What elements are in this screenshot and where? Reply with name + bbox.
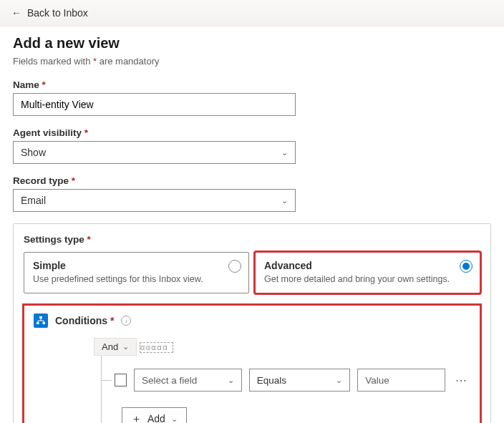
settings-option-simple[interactable]: Simple Use predefined settings for this … — [24, 252, 249, 293]
mandatory-note: Fields marked with * are mandatory — [13, 56, 491, 67]
logic-operator-select[interactable]: And ⌄ — [94, 338, 137, 356]
option-title: Simple — [33, 260, 223, 271]
condition-row: Select a field ⌄ Equals ⌄ Value ⋯ — [115, 369, 470, 392]
row-checkbox[interactable] — [115, 374, 127, 386]
add-condition-button[interactable]: ＋ Add ⌄ — [122, 407, 187, 423]
operator-select[interactable]: Equals ⌄ — [249, 369, 350, 392]
chevron-down-icon: ⌄ — [228, 376, 234, 385]
partial-text: ααɑɑɑ — [140, 342, 173, 353]
agent-visibility-label: Agent visibility * — [13, 127, 491, 138]
svg-rect-1 — [37, 322, 39, 324]
radio-icon — [228, 260, 241, 273]
value-input[interactable]: Value — [357, 369, 445, 392]
svg-rect-2 — [43, 322, 46, 324]
record-type-select[interactable]: Email ⌄ — [13, 189, 296, 212]
chevron-down-icon: ⌄ — [171, 414, 178, 424]
radio-selected-icon — [460, 260, 472, 273]
chevron-down-icon: ⌄ — [281, 196, 288, 205]
page-title: Add a new view — [13, 35, 491, 52]
sitemap-icon — [34, 313, 48, 328]
chevron-down-icon: ⌄ — [336, 376, 342, 385]
chevron-down-icon: ⌄ — [281, 148, 288, 157]
chevron-down-icon: ⌄ — [122, 342, 129, 351]
back-link-label: Back to Inbox — [27, 7, 88, 19]
conditions-title: Conditions * — [55, 315, 114, 326]
option-desc: Use predefined settings for this Inbox v… — [33, 274, 223, 284]
name-input[interactable] — [13, 93, 296, 116]
settings-panel: Settings type * Simple Use predefined se… — [13, 223, 491, 423]
record-type-label: Record type * — [13, 175, 491, 186]
option-desc: Get more detailed and bring your own set… — [264, 274, 454, 284]
arrow-left-icon: ← — [11, 7, 21, 19]
svg-rect-0 — [39, 316, 42, 319]
back-to-inbox-link[interactable]: ← Back to Inbox — [11, 7, 88, 19]
plus-icon: ＋ — [131, 412, 142, 424]
settings-type-label: Settings type * — [24, 234, 480, 245]
name-label: Name * — [13, 79, 491, 90]
conditions-panel: Conditions * i And ⌄ ααɑɑɑ Select a fiel… — [24, 305, 480, 423]
agent-visibility-select[interactable]: Show ⌄ — [13, 141, 296, 164]
info-icon[interactable]: i — [121, 316, 131, 326]
field-select[interactable]: Select a field ⌄ — [134, 369, 242, 392]
settings-option-advanced[interactable]: Advanced Get more detailed and bring you… — [255, 252, 480, 293]
more-actions-icon[interactable]: ⋯ — [452, 374, 470, 387]
option-title: Advanced — [264, 260, 454, 271]
